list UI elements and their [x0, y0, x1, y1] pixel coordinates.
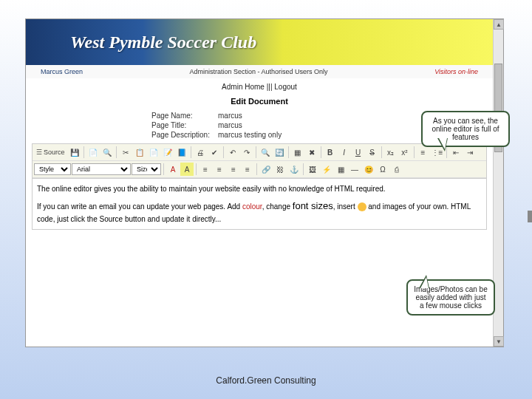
select-all-icon[interactable]: ▦ — [291, 146, 304, 159]
scroll-up-arrow[interactable]: ▲ — [494, 19, 504, 30]
source-button[interactable]: ☰Source — [34, 146, 67, 159]
text-color-icon[interactable]: A — [166, 163, 180, 176]
save-icon[interactable]: 💾 — [68, 146, 81, 159]
smiley-inline-icon — [358, 202, 366, 211]
page-desc-label: Page Description: — [151, 131, 218, 139]
page-heading: Edit Document — [26, 95, 493, 112]
separator — [116, 146, 117, 158]
scroll-down-arrow[interactable]: ▼ — [494, 336, 504, 347]
page-title-label: Page Title: — [151, 121, 218, 129]
separator — [256, 146, 256, 158]
admin-nav: Admin Home ||| Logout — [26, 78, 493, 95]
font-select[interactable]: FontArial — [72, 163, 131, 175]
footer-credit: Calford.Green Consulting — [0, 375, 532, 386]
page-name-value[interactable]: marcus — [218, 112, 242, 120]
unlink-icon[interactable]: ⛓ — [273, 163, 287, 176]
remove-format-icon[interactable]: ✖ — [305, 146, 318, 159]
strike-icon[interactable]: S — [366, 146, 379, 159]
superscript-icon[interactable]: x² — [398, 146, 412, 159]
separator — [191, 146, 191, 158]
editor-toolbar-container: ☰Source 💾 📄 🔍 ✂ 📋 📄 📝 📘 🖨 ✔ ↶ ↷ 🔍 — [32, 143, 487, 179]
editor-line-2: If you can write an email you can update… — [37, 199, 482, 225]
editor-toolbar-row-2: Style FontArial Size A A ≡ ≡ ≡ ≡ 🔗 ⛓ ⚓ 🖼… — [33, 161, 486, 178]
admin-home-link[interactable]: Admin Home — [222, 83, 265, 91]
section-label: Administration Section - Authorised User… — [83, 68, 434, 75]
separator — [381, 146, 382, 158]
preview-icon[interactable]: 🔍 — [100, 146, 114, 159]
outdent-icon[interactable]: ⇤ — [449, 146, 463, 159]
visitors-online: Visitors on-line — [434, 68, 478, 75]
rich-text-editor[interactable]: The online editor gives you the ability … — [32, 179, 487, 230]
paste-text-icon[interactable]: 📝 — [161, 146, 174, 159]
image-icon[interactable]: 🖼 — [306, 163, 319, 176]
separator — [223, 146, 224, 158]
copy-icon[interactable]: 📋 — [133, 146, 146, 159]
callout-images: Images/Photos can be easily added with j… — [406, 279, 495, 316]
separator — [163, 163, 164, 175]
undo-icon[interactable]: ↶ — [226, 146, 239, 159]
cursor-shadow — [528, 211, 532, 222]
align-justify-icon[interactable]: ≡ — [241, 163, 254, 176]
find-icon[interactable]: 🔍 — [259, 146, 272, 159]
nav-separator: ||| — [267, 83, 275, 91]
page-name-label: Page Name: — [151, 112, 218, 120]
smiley-icon[interactable]: 😊 — [362, 163, 375, 176]
sub-header-bar: Marcus Green Administration Section - Au… — [26, 65, 493, 78]
align-right-icon[interactable]: ≡ — [227, 163, 240, 176]
link-icon[interactable]: 🔗 — [259, 163, 273, 176]
separator — [256, 163, 257, 175]
editor-toolbar-row-1: ☰Source 💾 📄 🔍 ✂ 📋 📄 📝 📘 🖨 ✔ ↶ ↷ 🔍 — [33, 144, 486, 161]
redo-icon[interactable]: ↷ — [240, 146, 253, 159]
bg-color-icon[interactable]: A — [180, 163, 194, 176]
paste-icon[interactable]: 📄 — [147, 146, 160, 159]
callout-features: As you can see, the online editor is ful… — [421, 111, 510, 147]
replace-icon[interactable]: 🔄 — [273, 146, 286, 159]
current-user: Marcus Green — [41, 68, 83, 75]
paste-word-icon[interactable]: 📘 — [175, 146, 188, 159]
align-center-icon[interactable]: ≡ — [213, 163, 226, 176]
indent-icon[interactable]: ⇥ — [463, 146, 477, 159]
separator — [83, 146, 84, 158]
separator — [288, 146, 289, 158]
logout-link[interactable]: Logout — [274, 83, 297, 91]
subscript-icon[interactable]: x₂ — [384, 146, 398, 159]
table-icon[interactable]: ▦ — [334, 163, 347, 176]
cut-icon[interactable]: ✂ — [119, 146, 132, 159]
align-left-icon[interactable]: ≡ — [199, 163, 212, 176]
italic-icon[interactable]: I — [338, 146, 351, 159]
ordered-list-icon[interactable]: ≡ — [417, 146, 430, 159]
separator — [303, 163, 304, 175]
spellcheck-icon[interactable]: ✔ — [208, 146, 221, 159]
print-icon[interactable]: 🖨 — [194, 146, 207, 159]
new-page-icon[interactable]: 📄 — [86, 146, 100, 159]
page-desc-value[interactable]: marcus testing only — [218, 131, 282, 139]
anchor-icon[interactable]: ⚓ — [287, 163, 301, 176]
flash-icon[interactable]: ⚡ — [320, 163, 333, 176]
hr-icon[interactable]: ― — [348, 163, 361, 176]
page-break-icon[interactable]: ⎙ — [390, 163, 403, 176]
bold-icon[interactable]: B — [324, 146, 337, 159]
site-banner: West Pymble Soccer Club — [26, 19, 493, 65]
editor-line-1: The online editor gives you the ability … — [37, 183, 482, 194]
site-title: West Pymble Soccer Club — [70, 33, 256, 52]
style-select[interactable]: Style — [34, 163, 71, 175]
size-select[interactable]: Size — [132, 163, 161, 175]
separator — [414, 146, 415, 158]
page-title-value[interactable]: marcus — [218, 121, 242, 129]
special-char-icon[interactable]: Ω — [376, 163, 389, 176]
separator — [196, 163, 197, 175]
underline-icon[interactable]: U — [352, 146, 365, 159]
separator — [321, 146, 321, 158]
